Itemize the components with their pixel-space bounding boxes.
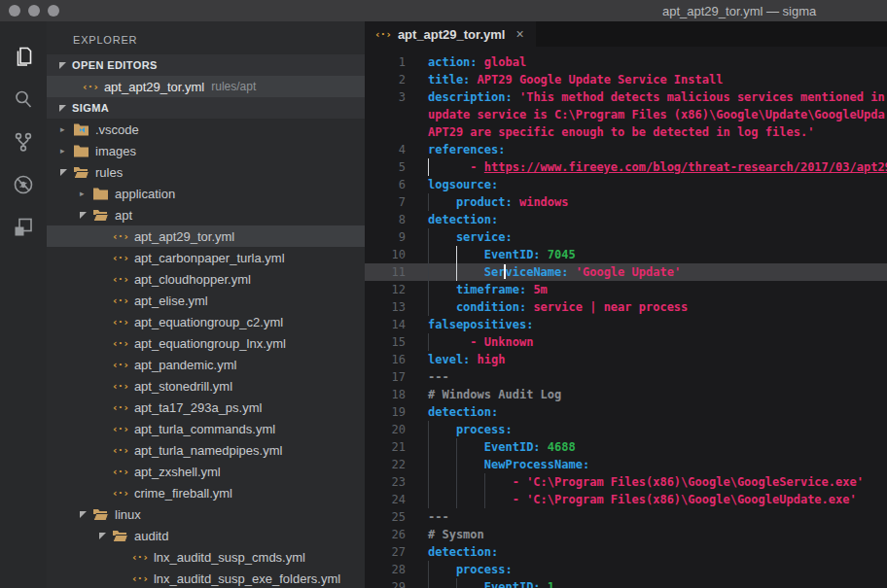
open-editor-name: apt_apt29_tor.yml	[104, 80, 204, 94]
code-line[interactable]: 5 - https://www.fireeye.com/blog/threat-…	[365, 158, 887, 176]
tree-file-lnx-auditd-susp-exe-folders-yml[interactable]: ‹·›lnx_auditd_susp_exe_folders.yml	[47, 568, 365, 588]
folder-icon	[112, 529, 128, 542]
yaml-file-icon: ‹·›	[131, 572, 148, 585]
tree-file-apt-carbonpaper-turla-yml[interactable]: ‹·›apt_carbonpaper_turla.yml	[47, 247, 365, 268]
code-line[interactable]: 15 - Unknown	[365, 333, 887, 351]
code-line[interactable]: 21 EventID: 4688	[365, 438, 887, 456]
code-line[interactable]: 27detection:	[365, 543, 887, 561]
activity-search-button[interactable]	[0, 80, 47, 122]
chevron-expanded-icon	[80, 212, 87, 219]
code-line-current[interactable]: 11 ServiceName: 'Google Update'	[365, 263, 887, 281]
tree-file-apt-pandemic-yml[interactable]: ‹·›apt_pandemic.yml	[47, 354, 365, 375]
tree-item-label: lnx_auditd_susp_exe_folders.yml	[154, 571, 340, 586]
code-line[interactable]: 29 EventID: 1	[365, 578, 887, 588]
code-line-text: process:	[416, 421, 887, 438]
code-editor[interactable]: 1action: global2title: APT29 Google Upda…	[365, 47, 887, 588]
extensions-icon	[12, 216, 35, 243]
indent-guide	[428, 473, 429, 491]
line-number: 21	[365, 438, 416, 456]
code-line-text: timeframe: 5m	[416, 281, 887, 298]
yaml-file-icon: ‹·›	[112, 401, 128, 414]
tree-folder-images[interactable]: ▸images	[47, 140, 365, 161]
zoom-window-button[interactable]	[48, 5, 59, 17]
line-number: 20	[365, 421, 416, 438]
code-line[interactable]: 16level: high	[365, 351, 887, 368]
minimize-window-button[interactable]	[28, 5, 40, 17]
activity-explorer-button[interactable]	[0, 37, 47, 80]
line-number: 29	[365, 578, 416, 588]
tree-folder-apt[interactable]: apt	[47, 204, 365, 225]
tree-file-apt-equationgroup-lnx-yml[interactable]: ‹·›apt_equationgroup_lnx.yml	[47, 332, 365, 354]
code-line[interactable]: 23 - 'C:\Program Files(x86)\Google\Googl…	[365, 473, 887, 491]
tree-item-label: rules	[95, 165, 123, 180]
line-number: 4	[365, 141, 416, 158]
code-line[interactable]: 13 condition: service | near process	[365, 298, 887, 316]
tree-file-lnx-auditd-susp-cmds-yml[interactable]: ‹·›lnx_auditd_susp_cmds.yml	[47, 546, 365, 568]
code-line[interactable]: 20 process:	[365, 421, 887, 438]
tree-folder-rules[interactable]: rules	[47, 161, 365, 183]
tree-folder-application[interactable]: ▸application	[47, 183, 365, 204]
close-tab-icon[interactable]: ×	[515, 26, 523, 42]
sigma-section-header[interactable]: SIGMA	[47, 97, 365, 119]
code-line[interactable]: 26# Sysmon	[365, 526, 887, 543]
indent-guide	[428, 263, 429, 281]
code-line[interactable]: 19detection:	[365, 403, 887, 421]
code-line[interactable]: 14falsepositives:	[365, 316, 887, 333]
code-line[interactable]: 3description: 'This method detects malic…	[365, 88, 887, 106]
code-line[interactable]: APT29 are specific enough to be detected…	[365, 123, 887, 141]
chevron-expanded-icon	[99, 533, 106, 539]
code-line[interactable]: 22 NewProcessName:	[365, 456, 887, 473]
line-number: 11	[365, 263, 416, 281]
tree-file-apt-stonedrill-yml[interactable]: ‹·›apt_stonedrill.yml	[47, 375, 365, 397]
open-editor-item[interactable]: ‹·›apt_apt29_tor.ymlrules/apt	[47, 76, 365, 97]
tree-file-apt-equationgroup-c2-yml[interactable]: ‹·›apt_equationgroup_c2.yml	[47, 311, 365, 332]
code-line[interactable]: 25---	[365, 508, 887, 526]
tree-folder--vscode[interactable]: ▸.vscode	[47, 119, 365, 140]
code-line-text: update service is C:\Program Files (x86)…	[416, 106, 887, 123]
tree-file-apt-zxshell-yml[interactable]: ‹·›apt_zxshell.yml	[47, 461, 365, 482]
tree-file-apt-apt29-tor-yml[interactable]: ‹·›apt_apt29_tor.yml	[47, 225, 365, 247]
tree-folder-auditd[interactable]: auditd	[47, 525, 365, 546]
code-line[interactable]: 17---	[365, 368, 887, 386]
line-number: 15	[365, 333, 416, 351]
code-line[interactable]: 7 product: windows	[365, 193, 887, 211]
activity-extensions-button[interactable]	[0, 208, 47, 251]
code-line[interactable]: update service is C:\Program Files (x86)…	[365, 106, 887, 123]
tree-file-apt-turla-namedpipes-yml[interactable]: ‹·›apt_turla_namedpipes.yml	[47, 439, 365, 461]
code-line[interactable]: 4references:	[365, 141, 887, 158]
code-line[interactable]: 8detection:	[365, 211, 887, 228]
tab-apt-apt29-tor[interactable]: ‹·› apt_apt29_tor.yml ×	[365, 21, 536, 47]
code-line-text: logsource:	[416, 176, 887, 193]
indent-guide	[428, 438, 429, 456]
tree-file-apt-ta17-293a-ps-yml[interactable]: ‹·›apt_ta17_293a_ps.yml	[47, 397, 365, 418]
tree-file-crime-fireball-yml[interactable]: ‹·›crime_fireball.yml	[47, 482, 365, 503]
code-line-text: service:	[416, 228, 887, 246]
yaml-file-icon: ‹·›	[112, 273, 128, 286]
code-line-text: detection:	[416, 211, 887, 228]
code-line[interactable]: 28 process:	[365, 561, 887, 578]
search-icon	[12, 87, 35, 115]
open-editors-section-header[interactable]: OPEN EDITORS	[47, 54, 365, 76]
tree-file-apt-turla-commands-yml[interactable]: ‹·›apt_turla_commands.yml	[47, 418, 365, 439]
indent-guide	[484, 473, 485, 491]
open-editor-path: rules/apt	[211, 80, 256, 93]
tree-item-label: apt_zxshell.yml	[134, 465, 221, 479]
close-window-button[interactable]	[9, 5, 20, 17]
code-line-text: EventID: 1	[416, 578, 887, 588]
tree-file-apt-elise-yml[interactable]: ‹·›apt_elise.yml	[47, 290, 365, 311]
activity-source-control-button[interactable]	[0, 122, 47, 165]
code-line[interactable]: 2title: APT29 Google Update Service Inst…	[365, 71, 887, 88]
line-number: 24	[365, 491, 416, 508]
tree-folder-linux[interactable]: linux	[47, 503, 365, 525]
activity-debug-button[interactable]	[0, 165, 47, 208]
code-line[interactable]: 1action: global	[365, 53, 887, 71]
code-line[interactable]: 9 service:	[365, 228, 887, 246]
code-line[interactable]: 12 timeframe: 5m	[365, 281, 887, 298]
code-line[interactable]: 24 - 'C:\Program Files(x86)\Google\Googl…	[365, 491, 887, 508]
code-line-text: process:	[416, 561, 887, 578]
code-line[interactable]: 18# Windows Audit Log	[365, 386, 887, 403]
code-line-text: condition: service | near process	[416, 298, 887, 316]
code-line[interactable]: 6logsource:	[365, 176, 887, 193]
tree-file-apt-cloudhopper-yml[interactable]: ‹·›apt_cloudhopper.yml	[47, 268, 365, 290]
code-line[interactable]: 10 EventID: 7045	[365, 246, 887, 263]
